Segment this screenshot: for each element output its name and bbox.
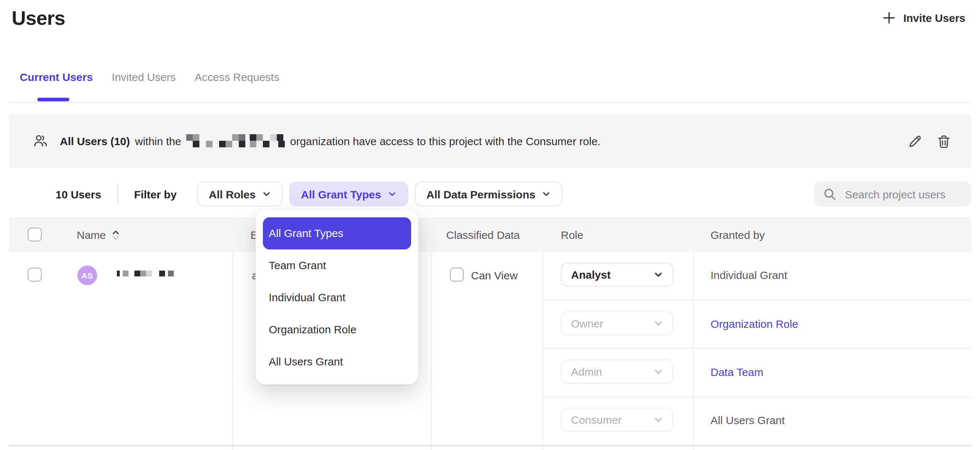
column-divider <box>232 252 233 450</box>
banner-actions <box>908 114 951 168</box>
column-header-role[interactable]: Role <box>561 228 584 241</box>
column-header-classified-data[interactable]: Classified Data <box>446 228 520 241</box>
menu-item-all-users-grant[interactable]: All Users Grant <box>263 345 411 377</box>
role-select-analyst[interactable]: Analyst <box>561 263 673 287</box>
tab-bar: Current Users Invited Users Access Reque… <box>20 71 279 83</box>
invite-users-label: Invite Users <box>903 12 966 24</box>
plus-icon <box>883 12 895 24</box>
active-tab-indicator <box>37 98 69 101</box>
row-checkbox[interactable] <box>28 268 41 282</box>
page-title: Users <box>12 7 65 30</box>
column-divider <box>431 252 431 450</box>
delete-button[interactable] <box>937 134 951 149</box>
users-page: Users Invite Users Current Users Invited… <box>0 0 980 450</box>
banner-text-after: organization have access to this project… <box>290 135 601 147</box>
banner-highlight: All Users (10) <box>60 135 130 147</box>
pencil-icon <box>908 134 922 149</box>
grant-row-separator <box>542 397 971 398</box>
chevron-down-icon <box>262 190 271 198</box>
edit-button[interactable] <box>908 134 922 149</box>
grant-row-separator <box>542 348 971 349</box>
menu-item-organization-role[interactable]: Organization Role <box>263 313 411 345</box>
granted-by-link[interactable]: Organization Role <box>711 318 798 330</box>
column-header-name[interactable]: Name <box>77 228 120 241</box>
filter-bar: 10 Users Filter by All Roles All Grant T… <box>9 181 971 207</box>
all-data-permissions-filter[interactable]: All Data Permissions <box>415 182 562 206</box>
name-header-label: Name <box>77 228 106 241</box>
select-all-checkbox[interactable] <box>28 228 41 241</box>
role-select-admin[interactable]: Admin <box>561 360 673 383</box>
role-select-owner[interactable]: Owner <box>561 311 673 336</box>
granted-by-link[interactable]: Data Team <box>711 366 764 378</box>
redacted-organization-name <box>186 134 285 148</box>
vertical-divider <box>117 184 118 204</box>
all-grant-types-label: All Grant Types <box>301 188 381 200</box>
all-users-banner: All Users (10) within the organization h… <box>9 114 971 168</box>
column-header-granted-by[interactable]: Granted by <box>711 228 765 241</box>
filter-by-label: Filter by <box>134 188 177 200</box>
role-select-consumer[interactable]: Consumer <box>561 408 673 432</box>
chevron-down-icon <box>388 190 396 198</box>
role-value: Owner <box>571 317 603 330</box>
tabs-divider <box>9 102 971 103</box>
tab-current-users[interactable]: Current Users <box>20 71 93 83</box>
trash-icon <box>937 134 951 149</box>
column-divider <box>693 252 694 450</box>
table-body: AS a Can View Analyst Owner Admin Consum… <box>0 252 980 450</box>
role-value: Consumer <box>571 414 622 426</box>
table-header: Name Email Classified Data Role Granted … <box>9 217 971 252</box>
user-count: 10 Users <box>56 188 101 200</box>
search-input[interactable] <box>843 187 963 201</box>
role-value: Analyst <box>571 268 611 281</box>
granted-by-value: All Users Grant <box>711 414 785 426</box>
banner-text: All Users (10) within the organization h… <box>60 114 601 168</box>
all-roles-filter[interactable]: All Roles <box>197 182 283 206</box>
column-divider <box>542 252 543 450</box>
chevron-down-icon <box>542 190 550 198</box>
all-grant-types-filter[interactable]: All Grant Types <box>289 182 408 206</box>
grant-row-separator <box>542 300 971 301</box>
avatar: AS <box>77 266 97 285</box>
granted-by-value: Individual Grant <box>711 269 787 281</box>
sort-icon <box>112 230 120 240</box>
all-data-permissions-label: All Data Permissions <box>426 188 535 200</box>
users-group-icon <box>33 134 48 150</box>
role-value: Admin <box>571 365 602 378</box>
can-view-label: Can View <box>471 269 518 282</box>
search-project-users[interactable] <box>814 182 971 206</box>
can-view-checkbox[interactable] <box>450 268 464 282</box>
tab-access-requests[interactable]: Access Requests <box>195 71 279 83</box>
menu-item-all-grant-types[interactable]: All Grant Types <box>263 217 411 249</box>
all-roles-label: All Roles <box>209 188 256 200</box>
grant-types-dropdown-menu: All Grant Types Team Grant Individual Gr… <box>256 210 418 384</box>
invite-users-button[interactable]: Invite Users <box>883 12 966 24</box>
menu-item-individual-grant[interactable]: Individual Grant <box>263 281 411 313</box>
search-icon <box>823 187 836 201</box>
row-divider <box>9 445 971 446</box>
tab-invited-users[interactable]: Invited Users <box>112 71 176 83</box>
menu-item-team-grant[interactable]: Team Grant <box>263 249 411 282</box>
banner-text-before: within the <box>135 135 181 147</box>
redacted-user-name <box>117 271 172 279</box>
